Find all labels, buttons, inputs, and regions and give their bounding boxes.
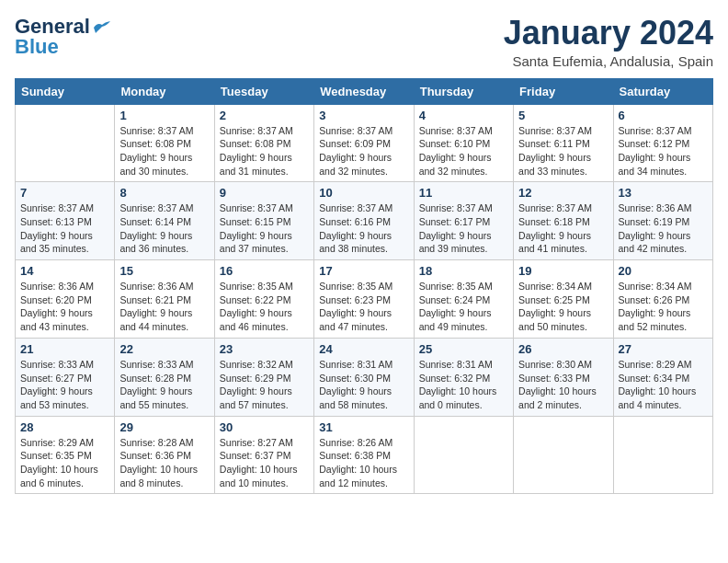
day-info: Sunrise: 8:37 AMSunset: 6:14 PMDaylight:… <box>119 201 209 256</box>
column-header-saturday: Saturday <box>613 78 712 104</box>
day-number: 15 <box>119 264 209 278</box>
column-header-friday: Friday <box>514 78 613 104</box>
day-number: 22 <box>119 342 209 356</box>
day-info: Sunrise: 8:26 AMSunset: 6:38 PMDaylight:… <box>319 436 408 490</box>
day-number: 10 <box>319 186 408 200</box>
day-info: Sunrise: 8:37 AMSunset: 6:11 PMDaylight:… <box>518 124 608 178</box>
calendar-cell: 21Sunrise: 8:33 AMSunset: 6:27 PMDayligh… <box>16 338 115 416</box>
calendar-cell: 5Sunrise: 8:37 AMSunset: 6:11 PMDaylight… <box>514 104 613 182</box>
column-header-sunday: Sunday <box>16 78 115 104</box>
day-info: Sunrise: 8:34 AMSunset: 6:25 PMDaylight:… <box>518 280 608 334</box>
day-info: Sunrise: 8:36 AMSunset: 6:21 PMDaylight:… <box>119 280 209 334</box>
day-info: Sunrise: 8:37 AMSunset: 6:09 PMDaylight:… <box>319 124 408 178</box>
day-info: Sunrise: 8:37 AMSunset: 6:17 PMDaylight:… <box>419 201 508 256</box>
calendar-cell: 3Sunrise: 8:37 AMSunset: 6:09 PMDaylight… <box>314 104 414 182</box>
day-info: Sunrise: 8:33 AMSunset: 6:27 PMDaylight:… <box>20 358 109 412</box>
day-info: Sunrise: 8:31 AMSunset: 6:30 PMDaylight:… <box>319 358 408 412</box>
page-header: General Blue January 2024 Santa Eufemia,… <box>15 15 713 69</box>
day-info: Sunrise: 8:37 AMSunset: 6:15 PMDaylight:… <box>220 201 309 256</box>
calendar-cell <box>16 104 115 182</box>
day-info: Sunrise: 8:37 AMSunset: 6:08 PMDaylight:… <box>220 124 309 178</box>
calendar-cell: 12Sunrise: 8:37 AMSunset: 6:18 PMDayligh… <box>514 182 613 260</box>
calendar-cell: 6Sunrise: 8:37 AMSunset: 6:12 PMDaylight… <box>613 104 712 182</box>
column-header-monday: Monday <box>115 78 214 104</box>
calendar-cell <box>514 416 613 494</box>
day-number: 30 <box>220 420 309 434</box>
calendar-week-row: 1Sunrise: 8:37 AMSunset: 6:08 PMDaylight… <box>16 104 713 182</box>
day-number: 5 <box>518 109 608 122</box>
column-header-thursday: Thursday <box>414 78 513 104</box>
calendar-cell: 4Sunrise: 8:37 AMSunset: 6:10 PMDaylight… <box>414 104 513 182</box>
calendar-cell: 8Sunrise: 8:37 AMSunset: 6:14 PMDaylight… <box>115 182 214 260</box>
day-number: 8 <box>119 186 209 200</box>
calendar-cell: 10Sunrise: 8:37 AMSunset: 6:16 PMDayligh… <box>314 182 414 260</box>
calendar-header-row: SundayMondayTuesdayWednesdayThursdayFrid… <box>16 78 713 104</box>
day-number: 3 <box>319 109 408 122</box>
day-info: Sunrise: 8:27 AMSunset: 6:37 PMDaylight:… <box>220 436 309 490</box>
day-info: Sunrise: 8:37 AMSunset: 6:08 PMDaylight:… <box>119 124 209 178</box>
day-number: 31 <box>319 420 408 434</box>
day-info: Sunrise: 8:37 AMSunset: 6:18 PMDaylight:… <box>518 201 608 256</box>
day-info: Sunrise: 8:29 AMSunset: 6:35 PMDaylight:… <box>20 436 109 490</box>
day-number: 27 <box>619 342 708 356</box>
day-number: 19 <box>518 264 608 278</box>
month-title: January 2024 <box>504 15 713 52</box>
day-number: 28 <box>20 420 109 434</box>
column-header-tuesday: Tuesday <box>214 78 313 104</box>
calendar-cell: 29Sunrise: 8:28 AMSunset: 6:36 PMDayligh… <box>115 416 214 494</box>
calendar-cell: 1Sunrise: 8:37 AMSunset: 6:08 PMDaylight… <box>115 104 214 182</box>
day-info: Sunrise: 8:36 AMSunset: 6:19 PMDaylight:… <box>619 201 708 256</box>
day-info: Sunrise: 8:32 AMSunset: 6:29 PMDaylight:… <box>220 358 309 412</box>
day-number: 2 <box>220 109 309 122</box>
day-number: 7 <box>20 186 109 200</box>
calendar-cell: 26Sunrise: 8:30 AMSunset: 6:33 PMDayligh… <box>514 338 613 416</box>
day-info: Sunrise: 8:30 AMSunset: 6:33 PMDaylight:… <box>518 358 608 412</box>
calendar-cell: 17Sunrise: 8:35 AMSunset: 6:23 PMDayligh… <box>314 260 414 339</box>
title-block: January 2024 Santa Eufemia, Andalusia, S… <box>504 15 713 69</box>
day-number: 25 <box>419 342 508 356</box>
day-number: 14 <box>20 264 109 278</box>
day-number: 11 <box>419 186 508 200</box>
day-number: 29 <box>119 420 209 434</box>
day-info: Sunrise: 8:33 AMSunset: 6:28 PMDaylight:… <box>119 358 209 412</box>
calendar-cell: 23Sunrise: 8:32 AMSunset: 6:29 PMDayligh… <box>214 338 313 416</box>
calendar-cell: 18Sunrise: 8:35 AMSunset: 6:24 PMDayligh… <box>414 260 513 339</box>
day-info: Sunrise: 8:35 AMSunset: 6:22 PMDaylight:… <box>220 280 309 334</box>
day-info: Sunrise: 8:37 AMSunset: 6:12 PMDaylight:… <box>619 124 708 178</box>
day-number: 26 <box>518 342 608 356</box>
calendar-cell: 16Sunrise: 8:35 AMSunset: 6:22 PMDayligh… <box>214 260 313 339</box>
day-info: Sunrise: 8:35 AMSunset: 6:24 PMDaylight:… <box>419 280 508 334</box>
logo-bird-icon <box>92 20 112 35</box>
day-number: 21 <box>20 342 109 356</box>
calendar-cell: 2Sunrise: 8:37 AMSunset: 6:08 PMDaylight… <box>214 104 313 182</box>
day-number: 24 <box>319 342 408 356</box>
calendar-cell <box>613 416 712 494</box>
calendar-cell: 20Sunrise: 8:34 AMSunset: 6:26 PMDayligh… <box>613 260 712 339</box>
location-title: Santa Eufemia, Andalusia, Spain <box>504 53 713 69</box>
day-info: Sunrise: 8:35 AMSunset: 6:23 PMDaylight:… <box>319 280 408 334</box>
calendar-cell: 15Sunrise: 8:36 AMSunset: 6:21 PMDayligh… <box>115 260 214 339</box>
calendar-cell: 22Sunrise: 8:33 AMSunset: 6:28 PMDayligh… <box>115 338 214 416</box>
day-info: Sunrise: 8:28 AMSunset: 6:36 PMDaylight:… <box>119 436 209 490</box>
calendar-cell: 30Sunrise: 8:27 AMSunset: 6:37 PMDayligh… <box>214 416 313 494</box>
day-number: 13 <box>619 186 708 200</box>
calendar-cell: 9Sunrise: 8:37 AMSunset: 6:15 PMDaylight… <box>214 182 313 260</box>
column-header-wednesday: Wednesday <box>314 78 414 104</box>
day-info: Sunrise: 8:31 AMSunset: 6:32 PMDaylight:… <box>419 358 508 412</box>
day-number: 1 <box>119 109 209 122</box>
day-number: 16 <box>220 264 309 278</box>
calendar-cell: 31Sunrise: 8:26 AMSunset: 6:38 PMDayligh… <box>314 416 414 494</box>
day-number: 4 <box>419 109 508 122</box>
day-info: Sunrise: 8:34 AMSunset: 6:26 PMDaylight:… <box>619 280 708 334</box>
calendar-week-row: 14Sunrise: 8:36 AMSunset: 6:20 PMDayligh… <box>16 260 713 339</box>
day-number: 9 <box>220 186 309 200</box>
day-info: Sunrise: 8:37 AMSunset: 6:13 PMDaylight:… <box>20 201 109 256</box>
calendar-cell: 7Sunrise: 8:37 AMSunset: 6:13 PMDaylight… <box>16 182 115 260</box>
day-number: 18 <box>419 264 508 278</box>
day-number: 6 <box>619 109 708 122</box>
day-number: 12 <box>518 186 608 200</box>
calendar-cell: 11Sunrise: 8:37 AMSunset: 6:17 PMDayligh… <box>414 182 513 260</box>
day-info: Sunrise: 8:36 AMSunset: 6:20 PMDaylight:… <box>20 280 109 334</box>
calendar-table: SundayMondayTuesdayWednesdayThursdayFrid… <box>15 78 713 495</box>
day-info: Sunrise: 8:29 AMSunset: 6:34 PMDaylight:… <box>619 358 708 412</box>
